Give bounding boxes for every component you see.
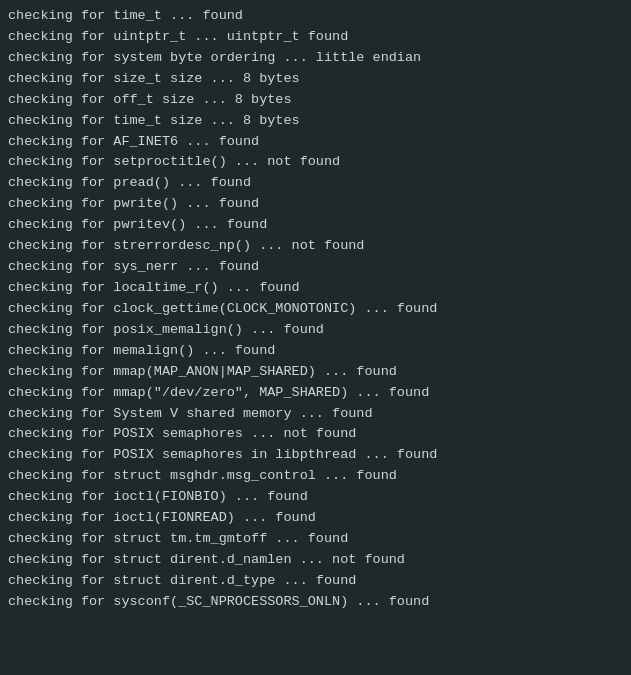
terminal-line: checking for struct msghdr.msg_control .… [8, 466, 623, 487]
terminal-line: checking for AF_INET6 ... found [8, 132, 623, 153]
terminal-line: checking for sysconf(_SC_NPROCESSORS_ONL… [8, 592, 623, 613]
terminal-line: checking for ioctl(FIONBIO) ... found [8, 487, 623, 508]
terminal-line: checking for struct tm.tm_gmtoff ... fou… [8, 529, 623, 550]
terminal-line: checking for time_t size ... 8 bytes [8, 111, 623, 132]
terminal-line: checking for localtime_r() ... found [8, 278, 623, 299]
terminal-line: checking for pwritev() ... found [8, 215, 623, 236]
terminal-line: checking for ioctl(FIONREAD) ... found [8, 508, 623, 529]
terminal-line: checking for POSIX semaphores ... not fo… [8, 424, 623, 445]
terminal-line: checking for pread() ... found [8, 173, 623, 194]
terminal-line: checking for POSIX semaphores in libpthr… [8, 445, 623, 466]
terminal-line: checking for mmap("/dev/zero", MAP_SHARE… [8, 383, 623, 404]
terminal-line: checking for sys_nerr ... found [8, 257, 623, 278]
terminal-line: checking for posix_memalign() ... found [8, 320, 623, 341]
terminal-output: checking for time_t ... foundchecking fo… [8, 6, 623, 613]
terminal-line: checking for time_t ... found [8, 6, 623, 27]
terminal-line: checking for setproctitle() ... not foun… [8, 152, 623, 173]
terminal-line: checking for clock_gettime(CLOCK_MONOTON… [8, 299, 623, 320]
terminal-line: checking for System V shared memory ... … [8, 404, 623, 425]
terminal-line: checking for size_t size ... 8 bytes [8, 69, 623, 90]
terminal-line: checking for memalign() ... found [8, 341, 623, 362]
terminal-line: checking for mmap(MAP_ANON|MAP_SHARED) .… [8, 362, 623, 383]
terminal-line: checking for struct dirent.d_namlen ... … [8, 550, 623, 571]
terminal-line: checking for struct dirent.d_type ... fo… [8, 571, 623, 592]
terminal-line: checking for system byte ordering ... li… [8, 48, 623, 69]
terminal-line: checking for uintptr_t ... uintptr_t fou… [8, 27, 623, 48]
terminal-line: checking for pwrite() ... found [8, 194, 623, 215]
terminal-line: checking for off_t size ... 8 bytes [8, 90, 623, 111]
terminal-line: checking for strerrordesc_np() ... not f… [8, 236, 623, 257]
